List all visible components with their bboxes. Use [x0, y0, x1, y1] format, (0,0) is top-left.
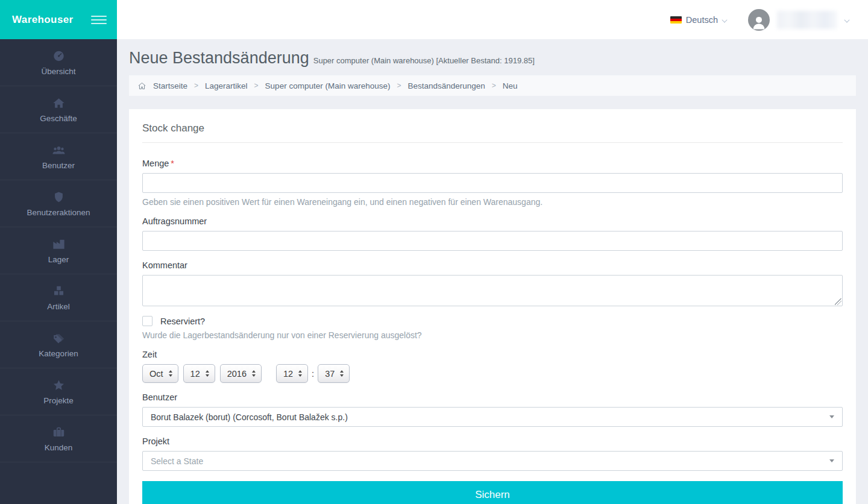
breadcrumb-separator: > — [254, 81, 259, 90]
caret-down-icon — [829, 459, 834, 462]
sidebar-item-projekte[interactable]: Projekte — [0, 368, 117, 415]
factory-icon — [51, 238, 66, 251]
page-title: Neue Bestandsänderung — [129, 49, 309, 67]
sidebar-item-kunden[interactable]: Kunden — [0, 415, 117, 462]
sidebar-item-label: Benutzer — [42, 161, 75, 170]
stock-change-panel: Stock change Menge* Geben sie einen posi… — [129, 109, 856, 504]
users-icon — [51, 143, 66, 157]
breadcrumb-item[interactable]: Lagerartikel — [205, 81, 248, 90]
menge-label: Menge* — [142, 159, 843, 168]
breadcrumb-item[interactable]: Super computer (Main warehouse) — [265, 81, 391, 90]
brand-block: Warehouser — [0, 0, 117, 39]
save-button[interactable]: Sichern — [142, 481, 843, 504]
breadcrumb: Startseite > Lagerartikel > Super comput… — [129, 75, 856, 96]
briefcase-icon — [51, 426, 66, 439]
required-asterisk: * — [171, 159, 174, 168]
benutzer-select[interactable]: Borut Balazek (borut) (Corcosoft, Borut … — [142, 407, 843, 427]
person-icon — [750, 13, 768, 31]
kommentar-textarea[interactable] — [142, 275, 843, 306]
zeit-month-select[interactable]: Oct — [142, 364, 178, 383]
breadcrumb-item[interactable]: Bestandsänderungen — [407, 81, 485, 90]
reserviert-label: Reserviert? — [160, 317, 205, 326]
sidebar-item-lager[interactable]: Lager — [0, 227, 117, 274]
stepper-arrows-icon — [340, 370, 344, 377]
stepper-arrows-icon — [206, 370, 209, 377]
caret-down-icon — [829, 415, 834, 418]
chevron-down-icon — [722, 17, 728, 22]
zeit-hour-value: 12 — [283, 369, 293, 379]
sidebar-item-label: Projekte — [43, 396, 74, 405]
main-content: Neue BestandsänderungSuper computer (Mai… — [117, 39, 868, 504]
menge-help-text: Geben sie einen positiven Wert für einen… — [142, 197, 843, 207]
avatar — [748, 9, 770, 31]
brand-logo: Warehouser — [12, 14, 74, 26]
zeit-day-select[interactable]: 12 — [183, 364, 215, 383]
sidebar-item-kategorien[interactable]: Kategorien — [0, 321, 117, 368]
sidebar-item-benutzer[interactable]: Benutzer — [0, 133, 117, 180]
sidebar: Übersicht Geschäfte Benutzer Benutzerakt… — [0, 39, 117, 504]
menge-input[interactable] — [142, 173, 843, 193]
dashboard-icon — [51, 49, 66, 63]
language-switcher[interactable]: Deutsch — [670, 15, 728, 25]
projekt-select[interactable]: Select a State — [142, 451, 843, 471]
zeit-minute-value: 37 — [325, 369, 335, 379]
sidebar-item-label: Kategorien — [39, 349, 78, 358]
reserviert-checkbox[interactable] — [142, 316, 153, 326]
user-menu[interactable] — [748, 9, 850, 31]
chevron-down-icon — [844, 17, 850, 22]
time-colon: : — [312, 369, 314, 379]
benutzer-label: Benutzer — [142, 392, 843, 402]
benutzer-select-value: Borut Balazek (borut) (Corcosoft, Borut … — [151, 412, 348, 422]
page-subtitle: Super computer (Main warehouse) [Aktuell… — [313, 56, 535, 65]
auftragsnummer-label: Auftragsnummer — [142, 216, 843, 226]
zeit-month-value: Oct — [149, 369, 163, 379]
panel-title: Stock change — [142, 122, 843, 143]
auftragsnummer-input[interactable] — [142, 231, 843, 251]
sidebar-item-label: Benutzeraktionen — [27, 208, 90, 217]
sidebar-item-geschaefte[interactable]: Geschäfte — [0, 86, 117, 133]
stepper-arrows-icon — [169, 370, 172, 377]
zeit-minute-select[interactable]: 37 — [318, 364, 350, 383]
zeit-label: Zeit — [142, 350, 843, 359]
sidebar-item-label: Geschäfte — [40, 114, 77, 123]
star-icon — [51, 379, 66, 392]
reserviert-help-text: Wurde die Lagerbestandsänderung nur von … — [142, 330, 843, 340]
cubes-icon — [51, 285, 66, 298]
projekt-select-placeholder: Select a State — [151, 456, 203, 466]
resize-handle-icon[interactable] — [835, 298, 841, 305]
sidebar-item-uebersicht[interactable]: Übersicht — [0, 39, 117, 86]
breadcrumb-item[interactable]: Startseite — [153, 81, 187, 90]
sidebar-item-label: Artikel — [47, 302, 70, 311]
home-icon — [51, 96, 66, 110]
sidebar-item-artikel[interactable]: Artikel — [0, 274, 117, 321]
breadcrumb-separator: > — [397, 81, 401, 90]
stepper-arrows-icon — [252, 370, 256, 377]
zeit-day-value: 12 — [190, 369, 200, 379]
sidebar-item-benutzeraktionen[interactable]: Benutzeraktionen — [0, 180, 117, 227]
language-label: Deutsch — [686, 15, 718, 25]
top-bar: Warehouser Deutsch — [0, 0, 868, 39]
breadcrumb-item-current: Neu — [503, 81, 518, 90]
sidebar-item-label: Lager — [48, 255, 69, 264]
stepper-arrows-icon — [298, 370, 302, 377]
sidebar-item-label: Kunden — [45, 443, 73, 452]
home-outline-icon[interactable] — [137, 81, 146, 90]
projekt-label: Projekt — [142, 436, 843, 446]
tags-icon — [51, 332, 66, 345]
sidebar-item-label: Übersicht — [41, 67, 75, 76]
zeit-year-select[interactable]: 2016 — [220, 364, 262, 383]
breadcrumb-separator: > — [492, 81, 496, 90]
shield-icon — [51, 191, 66, 204]
zeit-year-value: 2016 — [227, 369, 247, 379]
kommentar-label: Kommentar — [142, 260, 843, 270]
hamburger-menu-icon[interactable] — [91, 16, 107, 24]
zeit-hour-select[interactable]: 12 — [276, 364, 308, 383]
username-redacted — [777, 11, 837, 29]
german-flag-icon — [670, 16, 682, 24]
breadcrumb-separator: > — [194, 81, 198, 90]
